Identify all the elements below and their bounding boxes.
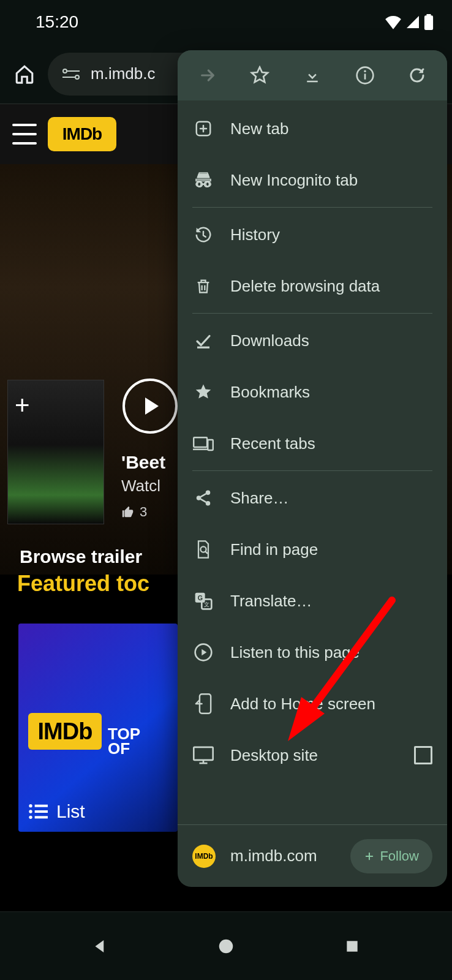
bookmark-button[interactable] [243, 59, 276, 92]
page-info-button[interactable] [348, 59, 382, 92]
card-imdb-logo: IMDb [28, 713, 102, 750]
svg-point-7 [29, 810, 32, 813]
status-icons [385, 14, 434, 30]
svg-point-14 [364, 70, 366, 72]
watchlist-add-icon[interactable]: + [15, 391, 30, 420]
new-incognito-tab-item[interactable]: New Incognito tab [178, 154, 447, 206]
svg-text:文: 文 [204, 601, 209, 608]
url-text: m.imdb.c [91, 64, 155, 83]
square-recents-icon [344, 938, 360, 954]
footer-site-label: m.imdb.com [230, 846, 317, 865]
menu-item-label: Find in page [230, 540, 318, 559]
site-settings-icon [61, 65, 82, 83]
refresh-button[interactable] [401, 59, 434, 92]
nav-home-button[interactable] [213, 933, 239, 960]
play-circle-icon [192, 641, 214, 663]
hero-subtitle: Watcl [121, 477, 160, 496]
star-filled-icon [192, 381, 214, 403]
browser-home-button[interactable] [11, 61, 38, 88]
download-icon [303, 66, 322, 85]
share-item[interactable]: Share… [178, 472, 447, 524]
card-title-text: TOPOF [108, 726, 140, 756]
listen-to-page-item[interactable]: Listen to this page [178, 627, 447, 678]
menu-icon-row [178, 50, 447, 100]
svg-rect-13 [364, 74, 366, 79]
menu-item-label: History [230, 225, 280, 244]
svg-line-27 [201, 499, 206, 502]
translate-item[interactable]: G文 Translate… [178, 575, 447, 627]
svg-text:G: G [198, 594, 203, 601]
desktop-site-checkbox[interactable] [414, 746, 432, 764]
downloads-checkmark-icon [192, 330, 214, 352]
svg-rect-9 [35, 805, 48, 807]
battery-icon [424, 14, 434, 30]
svg-point-8 [29, 816, 32, 819]
delete-browsing-data-item[interactable]: Delete browsing data [178, 260, 447, 312]
new-tab-item[interactable]: New tab [178, 103, 447, 154]
menu-site-footer: IMDb m.imdb.com Follow [178, 824, 447, 887]
history-item[interactable]: History [178, 209, 447, 260]
menu-item-label: Downloads [230, 331, 309, 350]
share-icon [192, 487, 214, 509]
svg-rect-1 [426, 14, 431, 17]
menu-item-label: Translate… [230, 592, 312, 611]
nav-recents-button[interactable] [339, 933, 366, 960]
svg-point-23 [206, 491, 211, 496]
menu-item-label: Desktop site [230, 746, 318, 765]
download-button[interactable] [296, 59, 329, 92]
featured-card[interactable]: IMDb TOPOF List [18, 624, 178, 832]
browser-overflow-menu: New tab New Incognito tab History Delete… [178, 50, 447, 887]
hero-like-row: 3 [121, 504, 147, 520]
recent-tabs-item[interactable]: Recent tabs [178, 418, 447, 469]
list-icon [28, 803, 48, 820]
play-button[interactable] [122, 379, 178, 434]
desktop-icon [192, 744, 214, 766]
incognito-icon [192, 169, 214, 191]
browse-trailers-label: Browse trailer [20, 546, 142, 567]
svg-point-4 [75, 75, 79, 79]
system-nav-bar [0, 911, 452, 980]
svg-point-41 [219, 939, 233, 953]
svg-rect-22 [208, 440, 213, 450]
svg-point-6 [29, 804, 32, 807]
svg-point-25 [206, 501, 211, 506]
history-icon [192, 224, 214, 246]
forward-button[interactable] [191, 59, 224, 92]
status-bar: 15:20 [0, 0, 452, 44]
add-to-home-icon [192, 693, 214, 715]
signal-icon [405, 15, 420, 29]
menu-item-label: New tab [230, 119, 288, 138]
follow-button[interactable]: Follow [350, 839, 432, 873]
star-icon [250, 66, 269, 85]
trash-icon [192, 275, 214, 297]
site-menu-button[interactable] [12, 124, 37, 145]
nav-back-button[interactable] [86, 933, 113, 960]
clock: 15:20 [36, 12, 78, 32]
find-in-page-icon [192, 538, 214, 560]
plus-icon [364, 851, 375, 862]
svg-line-26 [201, 494, 206, 497]
svg-point-28 [200, 546, 206, 552]
devices-icon [192, 432, 214, 454]
menu-item-label: Listen to this page [230, 643, 360, 662]
svg-rect-42 [347, 941, 357, 951]
arrow-right-icon [198, 66, 217, 85]
menu-item-label: Share… [230, 489, 288, 508]
menu-item-label: Add to Home screen [230, 695, 375, 714]
svg-rect-20 [194, 437, 207, 447]
bookmarks-item[interactable]: Bookmarks [178, 366, 447, 418]
card-list-row: List [28, 801, 168, 822]
desktop-site-item[interactable]: Desktop site [178, 729, 447, 781]
find-in-page-item[interactable]: Find in page [178, 524, 447, 575]
svg-point-24 [197, 496, 202, 500]
menu-item-label: Bookmarks [230, 383, 310, 402]
svg-rect-10 [35, 810, 48, 813]
svg-point-2 [63, 69, 67, 73]
svg-rect-11 [35, 816, 48, 818]
site-logo[interactable]: IMDb [48, 117, 116, 151]
add-to-home-screen-item[interactable]: Add to Home screen [178, 678, 447, 729]
refresh-icon [408, 66, 426, 85]
downloads-item[interactable]: Downloads [178, 315, 447, 366]
new-tab-icon [192, 118, 214, 140]
menu-item-label: Delete browsing data [230, 277, 380, 296]
